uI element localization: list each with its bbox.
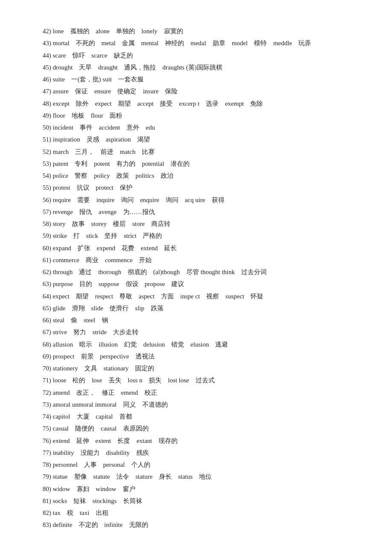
entry-number: 64) bbox=[43, 293, 53, 300]
list-item: 42) lone 孤独的 alone 单独的 lonely 寂寞的 bbox=[43, 26, 349, 37]
entry-content: strike 打 stick 坚持 strict 严格的 bbox=[53, 232, 162, 239]
list-item: 53) patent 专利 potent 有力的 potential 潜在的 bbox=[43, 158, 349, 169]
entry-content: expect 期望 respect 尊敬 aspect 方面 inspe ct … bbox=[53, 293, 264, 300]
entry-number: 59) bbox=[43, 232, 53, 239]
entry-number: 52) bbox=[43, 148, 53, 155]
list-item: 47) assure 保证 ensure 使确定 insure 保险 bbox=[43, 86, 349, 97]
entry-number: 48) bbox=[43, 100, 53, 107]
entry-number: 47) bbox=[43, 88, 53, 95]
list-item: 65) glide 滑翔 slide 使滑行 slip 跌落 bbox=[43, 303, 349, 314]
entry-number: 50) bbox=[43, 124, 53, 131]
entry-content: lone 孤独的 alone 单独的 lonely 寂寞的 bbox=[53, 28, 183, 35]
list-item: 58) story 故事 storey 楼层 store 商店转 bbox=[43, 218, 349, 229]
list-item: 46) suite 一(套，批) suit 一套衣服 bbox=[43, 74, 349, 85]
entry-number: 77) bbox=[43, 449, 53, 456]
entry-number: 76) bbox=[43, 437, 53, 444]
list-item: 73) amoral unmoral immoral 同义 不道德的 bbox=[43, 399, 349, 410]
entry-number: 46) bbox=[43, 76, 53, 83]
entry-content: amend 改正， 修正 emend 校正 bbox=[53, 389, 157, 396]
list-item: 66) steal 偷 steel 钢 bbox=[43, 315, 349, 326]
entry-content: casual 随便的 causal 表原因的 bbox=[53, 425, 149, 432]
word-list: 42) lone 孤独的 alone 单独的 lonely 寂寞的43) mor… bbox=[43, 26, 349, 531]
list-item: 77) inability 没能力 disability 残疾 bbox=[43, 447, 349, 458]
entry-number: 80) bbox=[43, 486, 53, 492]
list-item: 59) strike 打 stick 坚持 strict 严格的 bbox=[43, 230, 349, 241]
entry-content: scare 惊吓 scarce 缺乏的 bbox=[53, 52, 133, 59]
entry-content: floor 地板 flour 面粉 bbox=[53, 112, 122, 119]
entry-content: allusion 暗示 illusion 幻觉 delusion 错觉 elus… bbox=[53, 341, 228, 348]
entry-content: protest 抗议 protect 保护 bbox=[53, 184, 133, 191]
entry-content: prospect 前景 perspective 透视法 bbox=[53, 353, 155, 360]
list-item: 57) revenge 报仇 avenge 为……报仇 bbox=[43, 206, 349, 217]
entry-content: story 故事 storey 楼层 store 商店转 bbox=[53, 220, 170, 227]
entry-number: 51) bbox=[43, 136, 53, 143]
entry-content: except 除外 expect 期望 accept 接受 excerp t 选… bbox=[53, 100, 263, 107]
list-item: 49) floor 地板 flour 面粉 bbox=[43, 110, 349, 121]
entry-content: loose 松的 lose 丢失 loss n 损失 lost lose 过去式 bbox=[53, 377, 215, 384]
entry-number: 57) bbox=[43, 208, 53, 215]
list-item: 56) require 需要 inquire 询问 enquire 询问 acq… bbox=[43, 194, 349, 205]
list-item: 63) purpose 目的 suppose 假设 propose 建议 bbox=[43, 278, 349, 289]
entry-content: drought 天旱 draught 通风，拖拉 draughts (英)国际跳… bbox=[53, 64, 222, 71]
list-item: 82) tax 税 taxi 出租 bbox=[43, 507, 349, 518]
list-item: 70) stationery 文具 stationary 固定的 bbox=[43, 363, 349, 374]
entry-number: 74) bbox=[43, 413, 53, 420]
entry-number: 43) bbox=[43, 40, 53, 46]
list-item: 62) through 通过 thorough 彻底的 (al)though 尽… bbox=[43, 266, 349, 278]
entry-content: strive 努力 stride 大步走转 bbox=[53, 329, 139, 335]
entry-content: tax 税 taxi 出租 bbox=[53, 509, 109, 516]
entry-content: amoral unmoral immoral 同义 不道德的 bbox=[53, 401, 168, 408]
entry-content: revenge 报仇 avenge 为……报仇 bbox=[53, 208, 155, 215]
entry-number: 82) bbox=[43, 509, 53, 516]
entry-content: require 需要 inquire 询问 enquire 询问 acq uir… bbox=[53, 197, 225, 203]
list-item: 81) socks 短袜 stockings 长筒袜 bbox=[43, 495, 349, 506]
entry-content: glide 滑翔 slide 使滑行 slip 跌落 bbox=[53, 305, 164, 312]
entry-number: 49) bbox=[43, 112, 53, 119]
entry-content: steal 偷 steel 钢 bbox=[53, 317, 108, 324]
entry-number: 75) bbox=[43, 425, 53, 432]
entry-content: police 警察 policy 政策 politics 政治 bbox=[53, 172, 173, 179]
list-item: 79) statue 塑像 statute 法令 stature 身长 stat… bbox=[43, 471, 349, 482]
entry-content: expand 扩张 expend 花费 extend 延长 bbox=[53, 245, 177, 251]
entry-number: 68) bbox=[43, 341, 53, 348]
list-item: 83) definite 不定的 infinite 无限的 bbox=[43, 519, 349, 530]
list-item: 80) widow 寡妇 window 窗户 bbox=[43, 483, 349, 494]
list-item: 71) loose 松的 lose 丢失 loss n 损失 lost lose… bbox=[43, 375, 349, 386]
entry-number: 71) bbox=[43, 377, 53, 384]
entry-number: 83) bbox=[43, 521, 53, 528]
entry-number: 53) bbox=[43, 160, 53, 167]
list-item: 60) expand 扩张 expend 花费 extend 延长 bbox=[43, 243, 349, 254]
entry-number: 79) bbox=[43, 473, 53, 480]
entry-number: 58) bbox=[43, 220, 53, 227]
list-item: 48) except 除外 expect 期望 accept 接受 excerp… bbox=[43, 98, 349, 109]
list-item: 54) police 警察 policy 政策 politics 政治 bbox=[43, 170, 349, 181]
list-item: 76) extend 延伸 extent 长度 extant 现存的 bbox=[43, 435, 349, 446]
entry-number: 54) bbox=[43, 172, 53, 179]
entry-content: commerce 商业 commence 开始 bbox=[53, 257, 152, 263]
entry-content: through 通过 thorough 彻底的 (al)though 尽管 th… bbox=[53, 269, 267, 275]
list-item: 61) commerce 商业 commence 开始 bbox=[43, 254, 349, 266]
entry-number: 72) bbox=[43, 389, 53, 396]
entry-number: 73) bbox=[43, 401, 53, 408]
entry-number: 42) bbox=[43, 28, 53, 35]
list-item: 69) prospect 前景 perspective 透视法 bbox=[43, 351, 349, 362]
entry-content: incident 事件 accident 意外 edu bbox=[53, 124, 155, 131]
entry-number: 44) bbox=[43, 52, 53, 59]
entry-number: 63) bbox=[43, 280, 53, 287]
entry-content: suite 一(套，批) suit 一套衣服 bbox=[53, 76, 144, 83]
list-item: 78) personnel 人事 personal 个人的 bbox=[43, 459, 349, 470]
entry-content: inspiration 灵感 aspiration 渴望 bbox=[53, 136, 150, 143]
entry-content: purpose 目的 suppose 假设 propose 建议 bbox=[53, 280, 184, 287]
list-item: 51) inspiration 灵感 aspiration 渴望 bbox=[43, 134, 349, 145]
list-item: 68) allusion 暗示 illusion 幻觉 delusion 错觉 … bbox=[43, 339, 349, 350]
entry-content: stationery 文具 stationary 固定的 bbox=[53, 365, 154, 372]
entry-number: 81) bbox=[43, 497, 53, 504]
entry-number: 45) bbox=[43, 64, 53, 71]
entry-number: 62) bbox=[43, 269, 53, 275]
entry-content: definite 不定的 infinite 无限的 bbox=[53, 521, 148, 528]
list-item: 64) expect 期望 respect 尊敬 aspect 方面 inspe… bbox=[43, 291, 349, 302]
list-item: 45) drought 天旱 draught 通风，拖拉 draughts (英… bbox=[43, 62, 349, 73]
list-item: 52) march 三月， 前进 match 比赛 bbox=[43, 146, 349, 157]
entry-number: 67) bbox=[43, 329, 53, 335]
entry-content: march 三月， 前进 match 比赛 bbox=[53, 148, 155, 155]
